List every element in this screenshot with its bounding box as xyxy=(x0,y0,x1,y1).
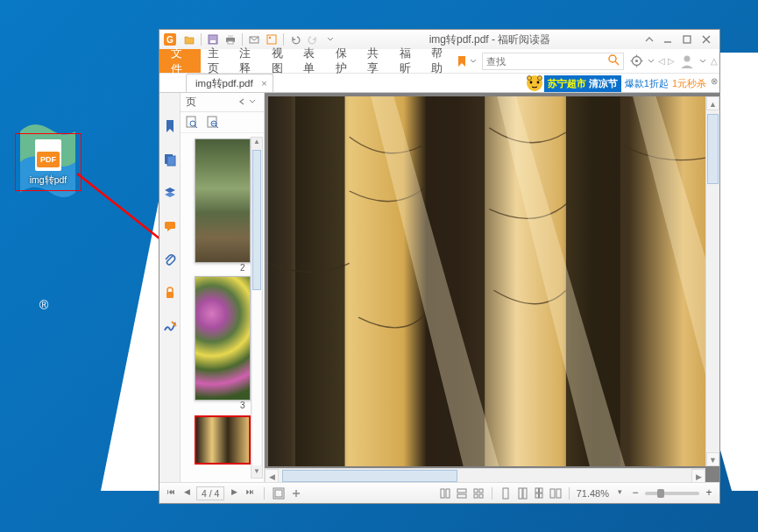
thumbnail-image xyxy=(195,138,251,263)
svg-rect-58 xyxy=(535,488,539,493)
menu-form[interactable]: 表单 xyxy=(296,49,329,73)
thumbnail-item-selected[interactable] xyxy=(195,415,251,465)
statusbar: ⏮ ◀ 4 / 4 ▶ ⏭ 71.48% ▾ − + xyxy=(159,482,719,503)
scroll-left-icon[interactable]: ◀ xyxy=(265,469,279,482)
pages-panel-icon[interactable] xyxy=(163,153,177,167)
foxit-reader-window: G img转pdf.pdf - 福昕阅读器 文件 主页 注释 视图 表单 保护 xyxy=(159,29,720,504)
svg-rect-9 xyxy=(267,35,276,44)
print-icon[interactable] xyxy=(223,32,238,47)
gear-icon[interactable] xyxy=(630,54,643,67)
search-icon[interactable] xyxy=(607,53,620,68)
collapse-ribbon-icon[interactable]: △ xyxy=(708,56,719,66)
menu-share[interactable]: 共享 xyxy=(360,49,393,73)
ad-close-icon[interactable]: ⊗ xyxy=(711,76,718,86)
thumb-zoom-in-icon[interactable] xyxy=(186,116,200,130)
zoom-out-icon[interactable]: − xyxy=(630,488,641,499)
email-icon[interactable] xyxy=(246,32,262,47)
last-page-icon[interactable]: ⏭ xyxy=(244,487,256,500)
menu-view[interactable]: 视图 xyxy=(265,49,297,73)
scroll-down-icon[interactable]: ▼ xyxy=(251,467,262,478)
tab-close-icon[interactable]: × xyxy=(261,78,266,89)
menu-foxit[interactable]: 福昕 xyxy=(393,49,425,73)
zoom-in-icon[interactable]: + xyxy=(704,488,714,499)
svg-rect-50 xyxy=(457,494,466,498)
tool-icon[interactable] xyxy=(264,32,280,47)
page-navigator: ⏮ ◀ 4 / 4 ▶ ⏭ xyxy=(165,486,256,500)
security-panel-icon[interactable] xyxy=(163,286,177,300)
qat-dropdown-icon[interactable] xyxy=(322,32,338,47)
menu-comment[interactable]: 注释 xyxy=(232,49,265,73)
fit-page-icon[interactable] xyxy=(499,487,512,500)
layout-icon-2[interactable] xyxy=(456,487,468,500)
redo-icon[interactable] xyxy=(305,32,321,47)
page-indicator[interactable]: 4 / 4 xyxy=(196,486,224,500)
scroll-up-icon[interactable]: ▲ xyxy=(251,138,262,148)
layout-icon-1[interactable] xyxy=(439,487,451,500)
menu-protect[interactable]: 保护 xyxy=(329,49,361,73)
user-dropdown-icon[interactable] xyxy=(698,58,709,65)
document-tab[interactable]: img转pdf.pdf × xyxy=(186,74,273,92)
bookmark-dropdown-icon[interactable] xyxy=(467,58,478,65)
prev-page-icon[interactable]: ◀ xyxy=(181,487,193,500)
thumbnail-item[interactable]: 2 xyxy=(195,138,251,273)
ad-banner[interactable]: 苏宁超市 清凉节 爆款1折起 1元秒杀 xyxy=(525,74,706,93)
scroll-down-icon[interactable]: ▼ xyxy=(706,452,719,466)
horizontal-scrollbar[interactable]: ◀ ▶ xyxy=(265,468,705,482)
zoom-dropdown-icon[interactable]: ▾ xyxy=(613,487,626,500)
ad-text-1b: 清凉节 xyxy=(589,78,618,89)
layers-panel-icon[interactable] xyxy=(163,186,177,200)
nav-back-icon[interactable]: ◁ xyxy=(657,56,667,66)
fit-width-icon[interactable] xyxy=(516,487,528,500)
save-icon[interactable] xyxy=(205,32,221,47)
scroll-up-icon[interactable]: ▲ xyxy=(706,96,719,110)
vertical-scrollbar[interactable]: ▲ ▼ xyxy=(705,96,719,466)
panel-menu-icon[interactable] xyxy=(248,97,259,108)
menu-home[interactable]: 主页 xyxy=(201,49,233,73)
next-page-icon[interactable]: ▶ xyxy=(228,487,240,500)
minimize-button[interactable] xyxy=(658,32,677,46)
desktop-pdf-icon[interactable]: PDF img转pdf xyxy=(15,133,81,191)
layout-icon-3[interactable] xyxy=(472,487,485,500)
close-button[interactable] xyxy=(697,32,716,46)
scrollbar-grip[interactable] xyxy=(707,114,719,184)
search-box[interactable] xyxy=(482,53,624,70)
view-tool-icon-2[interactable] xyxy=(290,487,302,500)
svg-rect-53 xyxy=(474,494,478,498)
menu-help[interactable]: 帮助 xyxy=(424,49,457,73)
thumbnail-item[interactable]: 3 xyxy=(195,276,251,410)
ad-text-2: 爆款1折起 xyxy=(621,77,672,90)
scroll-right-icon[interactable]: ▶ xyxy=(691,469,705,482)
nav-fwd-icon[interactable]: ▷ xyxy=(667,56,677,66)
bookmark-panel-icon[interactable] xyxy=(163,119,177,133)
continuous-icon[interactable] xyxy=(533,487,545,500)
document-tabstrip: img转pdf.pdf × 苏宁超市 清凉节 爆款1折起 1元秒杀 ⊗ xyxy=(159,74,719,93)
thumbnail-panel-header: 页 xyxy=(181,93,264,112)
svg-rect-63 xyxy=(556,489,561,498)
panel-collapse-icon[interactable] xyxy=(237,97,248,108)
maximize-button[interactable] xyxy=(677,32,697,46)
ribbon-toggle-icon[interactable] xyxy=(641,32,657,47)
bookmark-icon[interactable] xyxy=(457,55,468,67)
search-input[interactable] xyxy=(486,56,607,67)
page-content-area: ▲ ▼ ◀ ▶ xyxy=(265,93,719,482)
signatures-panel-icon[interactable] xyxy=(163,319,177,333)
attachments-panel-icon[interactable] xyxy=(163,252,177,266)
undo-icon[interactable] xyxy=(287,32,303,47)
gear-dropdown-icon[interactable] xyxy=(646,58,657,65)
thumb-zoom-out-icon[interactable] xyxy=(207,116,221,130)
scrollbar-grip[interactable] xyxy=(282,470,457,482)
zoom-value[interactable]: 71.48% xyxy=(577,488,609,499)
file-menu[interactable]: 文件 xyxy=(159,49,201,73)
facing-icon[interactable] xyxy=(549,487,562,500)
zoom-slider-knob[interactable] xyxy=(657,489,664,498)
scrollbar-grip[interactable] xyxy=(252,150,261,290)
first-page-icon[interactable]: ⏮ xyxy=(165,487,177,500)
user-icon[interactable] xyxy=(679,53,695,69)
page-view[interactable] xyxy=(268,96,719,466)
view-tool-icon-1[interactable] xyxy=(273,487,285,500)
zoom-slider[interactable] xyxy=(645,492,699,495)
thumbnail-scrollbar[interactable]: ▲ ▼ xyxy=(251,137,263,479)
window-controls xyxy=(658,32,716,46)
comments-panel-icon[interactable] xyxy=(163,219,177,233)
svg-line-14 xyxy=(615,61,619,65)
